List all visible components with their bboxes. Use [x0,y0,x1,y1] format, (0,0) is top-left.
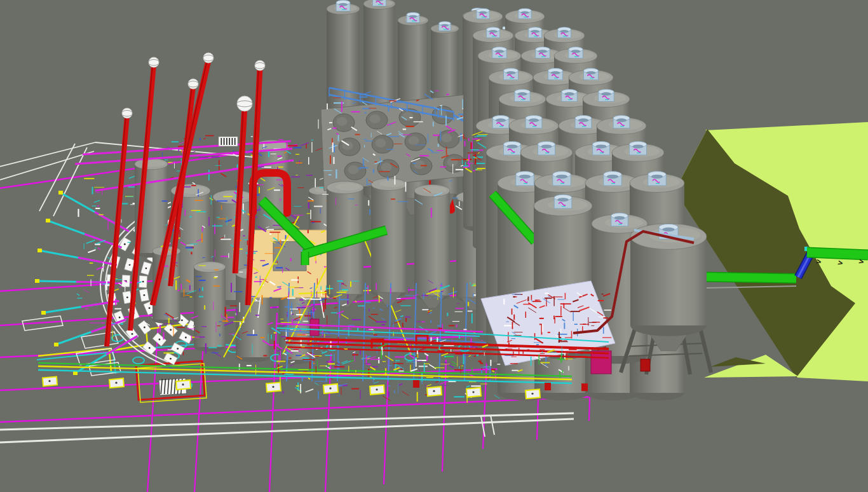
3d-viewport[interactable]: >>> [0,0,868,492]
plant-model-render[interactable]: >>> [0,0,868,492]
flare-tip [237,96,252,111]
flare-tip [203,53,214,63]
striped-sign [219,137,238,146]
flare-tip [255,60,265,71]
flare-tip [149,57,159,67]
flare-tip [122,108,132,118]
flare-tip [188,79,198,89]
